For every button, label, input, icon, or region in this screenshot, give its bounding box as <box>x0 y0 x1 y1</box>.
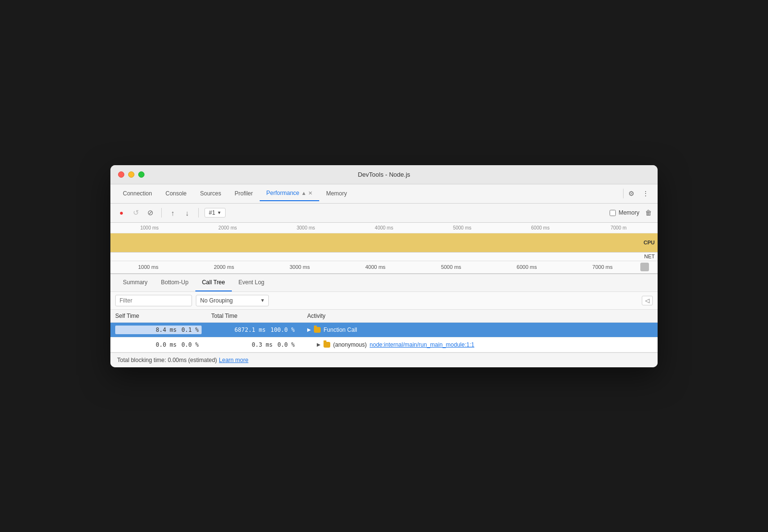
close-button[interactable] <box>118 171 124 178</box>
total-time-cell: 6872.1 ms 100.0 % <box>206 322 302 337</box>
col-self-time: Self Time <box>110 310 206 323</box>
cpu-label: CPU <box>644 240 655 245</box>
tab-actions: ⚙ ⋮ <box>623 188 652 199</box>
tab-summary[interactable]: Summary <box>116 274 154 291</box>
data-table: Self Time Total Time Activity 8.4 ms 0.1… <box>110 310 658 352</box>
upload-button[interactable]: ↑ <box>168 207 178 218</box>
ruler-label-4000: 4000 ms <box>345 223 423 233</box>
collapse-button[interactable]: ◁ <box>642 296 653 305</box>
separator <box>623 189 624 198</box>
filter-row: No Grouping Group by Domain Group by Sub… <box>110 292 658 310</box>
filter-row-right: ◁ <box>642 296 653 305</box>
ruler2-label-3000: 3000 ms <box>262 264 337 270</box>
tab-performance[interactable]: Performance ▲ ✕ <box>260 186 320 201</box>
separator-1 <box>161 208 162 218</box>
expand-icon[interactable]: ▶ <box>307 327 311 332</box>
record-number: #1 <box>209 209 215 216</box>
self-percent-value: 0.1 % <box>181 326 199 333</box>
toolbar: ● ↺ ⊘ ↑ ↓ #1 ▼ Memory 🗑 <box>110 204 658 223</box>
ruler-label-1000: 1000 ms <box>110 223 189 233</box>
dropdown-arrow: ▼ <box>217 210 221 215</box>
memory-checkbox-wrapper: Memory <box>610 209 639 216</box>
activity-cell: ▶ Function Call <box>302 322 658 337</box>
total-time-value: 0.3 ms <box>252 341 273 348</box>
ruler-label-5000: 5000 ms <box>423 223 501 233</box>
self-time-value: 8.4 ms <box>156 326 177 333</box>
clear-button[interactable]: 🗑 <box>645 209 652 217</box>
tab-profiler[interactable]: Profiler <box>228 186 260 201</box>
analysis-tabs: Summary Bottom-Up Call Tree Event Log <box>110 274 658 292</box>
folder-icon <box>324 342 330 348</box>
total-percent-value: 100.0 % <box>270 326 295 333</box>
learn-more-link[interactable]: Learn more <box>219 357 248 363</box>
window-title: DevTools - Node.js <box>358 171 410 178</box>
stop-button[interactable]: ⊘ <box>145 207 156 218</box>
tab-bottom-up[interactable]: Bottom-Up <box>154 274 195 291</box>
col-total-time: Total Time <box>206 310 302 323</box>
tab-memory[interactable]: Memory <box>319 186 353 201</box>
timeline-ruler-bottom: 1000 ms 2000 ms 3000 ms 4000 ms 5000 ms … <box>110 261 658 274</box>
ruler-label-6000: 6000 ms <box>501 223 579 233</box>
net-area: NET <box>110 253 658 261</box>
table-body: 8.4 ms 0.1 % 6872.1 ms 100.0 % ▶ <box>110 322 658 352</box>
record-selector[interactable]: #1 ▼ <box>204 208 226 218</box>
record-button[interactable]: ● <box>116 207 127 218</box>
record-icon: ▲ <box>301 190 307 196</box>
grouping-wrapper: No Grouping Group by Domain Group by Sub… <box>196 295 269 306</box>
tab-call-tree[interactable]: Call Tree <box>195 274 232 291</box>
status-bar: Total blocking time: 0.00ms (estimated) … <box>110 352 658 367</box>
total-time-value: 6872.1 ms <box>234 326 265 333</box>
tab-connection[interactable]: Connection <box>116 186 159 201</box>
devtools-window: DevTools - Node.js Connection Console So… <box>110 165 658 367</box>
ruler2-label-4000: 4000 ms <box>337 264 413 270</box>
minimize-button[interactable] <box>128 171 134 178</box>
self-time-value: 0.0 ms <box>156 341 177 348</box>
more-options-icon[interactable]: ⋮ <box>639 188 652 199</box>
timeline-area: 1000 ms 2000 ms 3000 ms 4000 ms 5000 ms … <box>110 223 658 274</box>
expand-icon[interactable]: ▶ <box>317 342 321 347</box>
tab-event-log[interactable]: Event Log <box>232 274 271 291</box>
ruler2-label-7000: 7000 ms <box>564 264 640 270</box>
tabs-bar: Connection Console Sources Profiler Perf… <box>110 184 658 204</box>
filter-input[interactable] <box>115 295 192 306</box>
self-time-cell: 8.4 ms 0.1 % <box>110 322 206 337</box>
self-percent-value: 0.0 % <box>181 341 199 348</box>
download-button[interactable]: ↓ <box>182 207 192 218</box>
cpu-bar: CPU <box>110 233 658 253</box>
maximize-button[interactable] <box>138 171 144 178</box>
timeline-ruler-top: 1000 ms 2000 ms 3000 ms 4000 ms 5000 ms … <box>110 223 658 233</box>
ruler-label-3000: 3000 ms <box>267 223 345 233</box>
ruler2-label-5000: 5000 ms <box>413 264 489 270</box>
separator-2 <box>198 208 199 218</box>
tab-close-performance[interactable]: ✕ <box>308 190 312 196</box>
status-text: Total blocking time: 0.00ms (estimated) <box>117 357 217 363</box>
settings-icon[interactable]: ⚙ <box>625 188 637 199</box>
total-percent-value: 0.0 % <box>277 341 295 348</box>
total-time-cell: 0.3 ms 0.0 % <box>206 337 302 352</box>
titlebar: DevTools - Node.js <box>110 165 658 184</box>
traffic-lights <box>118 171 144 178</box>
ruler2-label-2000: 2000 ms <box>186 264 262 270</box>
tab-console[interactable]: Console <box>159 186 193 201</box>
timeline-scrollbar[interactable] <box>640 263 649 271</box>
bottom-panel: Summary Bottom-Up Call Tree Event Log No… <box>110 274 658 352</box>
memory-label: Memory <box>619 209 639 216</box>
table-header: Self Time Total Time Activity <box>110 310 658 323</box>
header-row: Self Time Total Time Activity <box>110 310 658 323</box>
source-link[interactable]: node:internal/main/run_main_module:1:1 <box>370 341 474 348</box>
grouping-select[interactable]: No Grouping Group by Domain Group by Sub… <box>196 295 269 306</box>
ruler2-label-6000: 6000 ms <box>489 264 565 270</box>
table-row[interactable]: 0.0 ms 0.0 % 0.3 ms 0.0 % ▶ <box>110 337 658 352</box>
table-row[interactable]: 8.4 ms 0.1 % 6872.1 ms 100.0 % ▶ <box>110 322 658 337</box>
col-activity: Activity <box>302 310 658 323</box>
folder-icon <box>314 327 321 333</box>
activity-cell: ▶ (anonymous) node:internal/main/run_mai… <box>302 337 658 352</box>
reload-button[interactable]: ↺ <box>131 207 141 218</box>
ruler2-label-1000: 1000 ms <box>110 264 186 270</box>
tab-sources[interactable]: Sources <box>193 186 228 201</box>
ruler-label-2000: 2000 ms <box>189 223 267 233</box>
activity-name: (anonymous) <box>333 341 367 348</box>
self-time-cell: 0.0 ms 0.0 % <box>110 337 206 352</box>
ruler-label-7000: 7000 m <box>579 223 658 233</box>
memory-checkbox[interactable] <box>610 210 616 216</box>
